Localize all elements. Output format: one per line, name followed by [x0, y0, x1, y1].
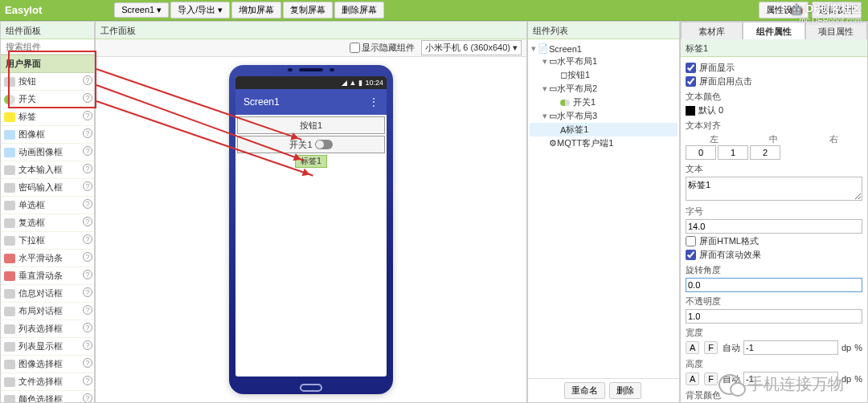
switch-icon [315, 140, 333, 149]
palette-item-button[interactable]: 按钮? [1, 73, 94, 91]
properties-panel: 素材库 组件属性 项目属性 标签1 屏面显示 屏面启用点击 文本颜色 默认 0 … [680, 21, 868, 403]
align-left-input[interactable] [686, 145, 716, 160]
prop-align-inputs [686, 145, 862, 160]
import-export-button[interactable]: 导入/导出 [170, 2, 230, 18]
help-icon[interactable]: ? [83, 93, 92, 103]
tab-component-props[interactable]: 组件属性 [743, 22, 805, 39]
width-val[interactable] [743, 340, 838, 355]
screen-select-button[interactable]: Screen1 [114, 2, 169, 18]
show-hidden-checkbox[interactable]: 显示隐藏组件 [350, 42, 415, 54]
palette-item-hslider[interactable]: 水平滑动条? [1, 250, 94, 267]
palette-item-layoutdlg[interactable]: 布局对话框? [1, 303, 94, 320]
category-ui[interactable]: 用户界面 [1, 55, 94, 73]
palette-item-msgdlg[interactable]: 信息对话框? [1, 285, 94, 303]
delete-screen-button[interactable]: 删除屏幕 [334, 2, 384, 18]
tab-project-props[interactable]: 项目属性 [805, 22, 867, 39]
help-icon[interactable]: ? [83, 340, 92, 350]
logic-view-button[interactable]: 逻辑设计 [812, 2, 862, 18]
palette-item-imgpicker[interactable]: 图像选择框? [1, 356, 94, 373]
tree-node-b1[interactable]: ◻ 按钮1 [530, 68, 678, 82]
prop-opacity-input[interactable] [686, 309, 862, 324]
palette-item-password[interactable]: 密码输入框? [1, 179, 94, 197]
status-bar: ◢ ▲ ▮ 10:24 [235, 76, 387, 89]
wifi-icon: ▲ [350, 79, 357, 87]
align-center-input[interactable] [718, 145, 748, 160]
palette-item-listview[interactable]: 列表显示框? [1, 338, 94, 356]
width-f[interactable]: F [704, 341, 718, 354]
overflow-icon[interactable]: ⋮ [369, 96, 379, 108]
help-icon[interactable]: ? [83, 128, 92, 138]
copy-screen-button[interactable]: 复制屏幕 [283, 2, 333, 18]
help-icon[interactable]: ? [83, 323, 92, 332]
palette-item-label[interactable]: 标签? [1, 108, 94, 126]
help-icon[interactable]: ? [83, 164, 92, 173]
help-icon[interactable]: ? [83, 217, 92, 226]
component-palette-panel: 组件面板 用户界面 按钮? 开关? 标签? 图像框? 动画图像框? 文本输入框?… [0, 21, 95, 403]
palette-item-vslider[interactable]: 垂直滑动条? [1, 267, 94, 285]
add-screen-button[interactable]: 增加屏幕 [231, 2, 281, 18]
widget-label1[interactable]: 标签1 [295, 155, 327, 168]
widget-button1[interactable]: 按钮1 [237, 116, 385, 134]
prop-visible[interactable]: 屏面显示 [686, 62, 862, 74]
prop-html[interactable]: 屏面HTML格式 [686, 235, 862, 247]
height-f[interactable]: F [704, 372, 718, 385]
help-icon[interactable]: ? [83, 358, 92, 368]
tree-node-s1[interactable]: 开关1 [530, 96, 678, 109]
palette-item-image[interactable]: 图像框? [1, 126, 94, 144]
tree-node-h1[interactable]: ▾▭ 水平布局1 [530, 55, 678, 68]
help-icon[interactable]: ? [83, 270, 92, 279]
prop-clickable[interactable]: 屏面启用点击 [686, 75, 862, 88]
palette-item-colorpicker[interactable]: 颜色选择框? [1, 391, 94, 402]
palette-item-dropdown[interactable]: 下拉框? [1, 232, 94, 250]
prop-text-label: 文本 [686, 163, 862, 175]
tree-node-h3[interactable]: ▾▭ 水平布局3 [530, 109, 678, 123]
prop-rotate-input[interactable] [686, 278, 862, 292]
help-icon[interactable]: ? [83, 199, 92, 209]
help-icon[interactable]: ? [83, 305, 92, 315]
palette-item-textinput[interactable]: 文本输入框? [1, 161, 94, 179]
prop-text-input[interactable] [686, 177, 862, 201]
help-icon[interactable]: ? [83, 75, 92, 85]
design-view-button[interactable]: 属性设计 [759, 2, 809, 18]
help-icon[interactable]: ? [83, 234, 92, 244]
align-right-input[interactable] [750, 145, 780, 160]
palette-item-anim[interactable]: 动画图像框? [1, 144, 94, 161]
rename-button[interactable]: 重命名 [564, 382, 605, 399]
tree-node-h2[interactable]: ▾▭ 水平布局2 [530, 82, 678, 96]
palette-item-filepicker[interactable]: 文件选择框? [1, 373, 94, 391]
device-select[interactable]: 小米手机 6 (360x640) ▾ [421, 40, 522, 55]
prop-marquee[interactable]: 屏面有滚动效果 [686, 249, 862, 261]
workspace-canvas[interactable]: ◢ ▲ ▮ 10:24 Screen1 ⋮ 按钮1 开关1 标签1 [96, 57, 526, 402]
prop-bgcolor-label: 背景颜色 [686, 389, 862, 401]
palette-item-radio[interactable]: 单选框? [1, 197, 94, 214]
prop-align-label: 文本对齐 [686, 120, 862, 132]
width-a[interactable]: A [686, 341, 699, 354]
palette-item-listpicker[interactable]: 列表选择框? [1, 320, 94, 338]
palette-item-checkbox[interactable]: 复选框? [1, 214, 94, 232]
help-icon[interactable]: ? [83, 376, 92, 385]
prop-textcolor[interactable]: 默认 0 [686, 104, 862, 116]
prop-height-label: 高度 [686, 358, 862, 370]
tree-node-root[interactable]: ▾📄 Screen1 [530, 43, 678, 55]
height-a[interactable]: A [686, 372, 699, 385]
help-icon[interactable]: ? [83, 111, 92, 120]
tree-node-mqtt[interactable]: ⚙ MQTT客户端1 [530, 136, 678, 150]
workspace-panel: 工作面板 显示隐藏组件 小米手机 6 (360x640) ▾ ◢ ▲ ▮ 10:… [95, 21, 527, 403]
prop-font-input[interactable] [686, 219, 862, 234]
help-icon[interactable]: ? [83, 146, 92, 156]
help-icon[interactable]: ? [83, 252, 92, 262]
prop-width-row: A F 自动 dp% [686, 340, 862, 355]
widget-switch1[interactable]: 开关1 [237, 136, 385, 153]
delete-button[interactable]: 删除 [609, 382, 641, 399]
help-icon[interactable]: ? [83, 287, 92, 297]
help-icon[interactable]: ? [83, 181, 92, 191]
palette-item-switch[interactable]: 开关? [1, 91, 94, 108]
prop-textcolor-label: 文本颜色 [686, 91, 862, 103]
tree-node-l1[interactable]: A 标签1 [530, 123, 678, 136]
component-tree-panel: 组件列表 ▾📄 Screen1 ▾▭ 水平布局1 ◻ 按钮1 ▾▭ 水平布局2 … [527, 21, 680, 403]
palette-search-input[interactable] [1, 39, 94, 54]
tab-material[interactable]: 素材库 [681, 22, 743, 39]
help-icon[interactable]: ? [83, 393, 92, 402]
height-val[interactable] [743, 372, 838, 386]
device-frame: ◢ ▲ ▮ 10:24 Screen1 ⋮ 按钮1 开关1 标签1 [229, 65, 393, 394]
